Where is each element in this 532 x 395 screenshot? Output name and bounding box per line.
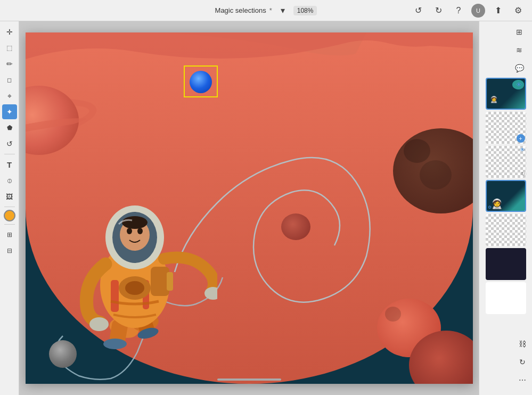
horizontal-scrollbar[interactable] [217,378,281,381]
tool-eyedropper[interactable]: ⦶ [2,173,17,188]
svg-point-16 [127,228,132,234]
rotate-icon: ↻ [519,358,526,366]
rotate-button[interactable]: ↻ [515,355,530,369]
tool-image[interactable]: 🖼 [2,189,17,204]
tool-select-rect[interactable]: ⬚ [2,40,17,55]
tool-magic-select[interactable]: ✦ [2,104,17,119]
topbar-center: Magic selections * ▾ 108% [215,3,317,18]
magic-select-icon: ✦ [6,108,13,116]
layer-white[interactable] [486,282,526,314]
selected-blue-circle [190,71,212,93]
layer-white-thumbnail [486,282,526,314]
color-swatch-button[interactable] [4,210,15,221]
eyedropper-icon: ⦶ [7,176,12,185]
help-button[interactable]: ? [451,3,466,18]
gear-icon: ⚙ [514,5,522,15]
layer-visibility-button[interactable]: 👁 [514,80,524,89]
link-icon: ⛓ [519,340,526,348]
tool-lasso[interactable]: ⌖ [2,88,17,103]
layer-checker-1[interactable]: + [486,112,526,144]
tool-eraser[interactable]: ◻ [2,72,17,87]
layers-section: 🧑‍🚀 👁 + 👁 ↻ ⚙ [479,78,532,334]
svg-point-4 [103,339,127,349]
topbar-right: ↺ ↻ ? U ⬆ ⚙ [411,3,526,18]
svg-point-17 [137,228,143,234]
right-icon-row-3: 💬 [482,61,529,76]
astronaut [58,131,217,355]
redo-icon: ↻ [435,5,442,15]
right-icon-row-1: ⊞ [482,24,529,39]
layer-dark-thumbnail [486,248,526,280]
layer-add-button[interactable]: + [517,134,525,143]
paint-icon: ✏ [6,60,13,68]
layers-icon: ⊞ [516,28,522,36]
layer-dark[interactable] [486,248,526,280]
comment-button[interactable]: 💬 [512,61,527,76]
fill-icon: ⬟ [7,124,12,131]
document-title: Magic selections [215,6,266,14]
lasso-icon: ⌖ [7,92,12,101]
tool-paint[interactable]: ✏ [2,56,17,71]
avatar[interactable]: U [471,4,485,18]
link-button[interactable]: ⛓ [515,336,530,351]
right-icon-row-2: ≋ [482,43,529,57]
tool-move[interactable]: ✛ [2,24,17,39]
right-panel: ⊞ ≋ 💬 🧑‍🚀 [479,21,532,395]
title-chevron-button[interactable]: ▾ [275,3,290,18]
layer-astronaut-indicator: ⚙ [488,205,492,210]
toolbar-divider-3 [4,224,15,225]
rect-select-icon: ⬚ [6,44,12,52]
share-icon: ⬆ [495,5,502,15]
image-icon: 🖼 [6,193,13,201]
text-icon: T [7,160,12,169]
layer-astronaut[interactable]: ⚙ [486,180,526,212]
filters-button[interactable]: ≋ [512,43,527,57]
undo-icon: ↺ [415,5,422,15]
avatar-initial: U [476,7,480,14]
layer-settings-button[interactable]: ↻ [521,171,525,177]
gray-sphere [49,340,77,368]
tool-fill[interactable]: ⬟ [2,120,17,135]
more-icon: ⋯ [519,376,526,384]
undo-tool-icon: ↺ [6,139,13,148]
toolbar-divider [4,154,15,154]
svg-point-18 [122,216,148,229]
toolbar-divider-2 [4,207,15,207]
redo-button[interactable]: ↻ [431,3,446,18]
more-options-button[interactable]: ⋯ [515,373,530,388]
left-toolbar: ✛ ⬚ ✏ ◻ ⌖ ✦ ⬟ ↺ T ⦶ 🖼 [0,21,19,395]
tool-select-more[interactable]: ⊞ [2,227,17,242]
move-icon: ✛ [6,28,13,36]
layer-astronaut-thumbnail [487,181,525,211]
layer-space[interactable]: 🧑‍🚀 👁 [486,78,526,110]
svg-rect-20 [167,272,173,291]
help-icon: ? [456,6,461,15]
comment-icon: 💬 [515,64,524,72]
layer-checker-2[interactable]: 👁 ↻ [486,146,526,178]
select-more-icon: ⊞ [7,231,12,238]
chevron-down-icon: ▾ [281,5,285,15]
layers-panel-button[interactable]: ⊞ [512,24,527,39]
tool-text[interactable]: T [2,157,17,172]
settings-button[interactable]: ⚙ [511,3,526,18]
layer-checker-3[interactable] [486,214,526,246]
select-extra-icon: ⊟ [7,247,12,254]
right-panel-bottom: ⛓ ↻ ⋯ [479,336,532,392]
layer-checkerboard-thumbnail-3 [486,214,526,246]
svg-point-11 [89,317,109,331]
topbar: Magic selections * ▾ 108% ↺ ↻ ? U ⬆ ⚙ [0,0,532,21]
filters-icon: ≋ [516,46,522,54]
zoom-level[interactable]: 108% [293,6,317,15]
svg-rect-7 [111,280,119,312]
main-area: ✛ ⬚ ✏ ◻ ⌖ ✦ ⬟ ↺ T ⦶ 🖼 [0,21,532,395]
share-button[interactable]: ⬆ [490,3,505,18]
tool-select-extra[interactable]: ⊟ [2,243,17,258]
canvas[interactable] [26,32,473,384]
modified-indicator: * [269,6,272,14]
right-panel-top: ⊞ ≋ 💬 [479,24,532,76]
canvas-area[interactable] [19,21,479,395]
layer-eye-2-button[interactable]: 👁 [520,147,525,153]
undo-button[interactable]: ↺ [411,3,425,18]
tool-undo-tool[interactable]: ↺ [2,136,17,151]
canvas-wrapper [26,32,473,384]
